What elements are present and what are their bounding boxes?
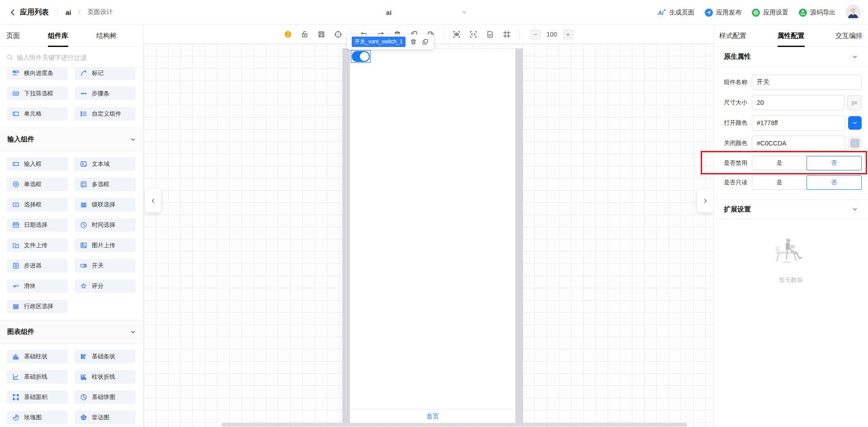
- header-action-settings[interactable]: 应用设置: [751, 8, 788, 17]
- component-chip[interactable]: 横向进度条: [7, 68, 68, 80]
- back-to-app-list[interactable]: 应用列表: [9, 8, 49, 17]
- page-select-dropdown[interactable]: ai: [307, 0, 470, 25]
- component-chip-label: 自定义组件: [92, 110, 121, 118]
- component-chip-label: 开关: [92, 262, 104, 270]
- component-chip[interactable]: 评分: [75, 279, 136, 293]
- breadcrumb-app-name[interactable]: ai: [66, 9, 71, 16]
- user-avatar[interactable]: [845, 5, 862, 21]
- component-chip[interactable]: 下拉筛选框: [7, 87, 68, 100]
- collapse-inspector-handle[interactable]: [697, 189, 713, 212]
- component-chip[interactable]: 文本域: [75, 157, 136, 171]
- segmented-option-unselected[interactable]: 是: [752, 175, 807, 190]
- component-chip[interactable]: 选择框: [7, 198, 68, 211]
- field-row-4: 是否禁用是否: [724, 156, 862, 170]
- code-icon[interactable]: [469, 30, 477, 38]
- selected-switch-component[interactable]: [351, 50, 371, 63]
- field-input[interactable]: [752, 95, 844, 110]
- phone-screen[interactable]: 首页: [350, 48, 515, 424]
- inspector-tab-interaction[interactable]: 交互编排: [835, 25, 863, 47]
- component-chip-label: 滑块: [24, 282, 36, 290]
- copy-component-icon[interactable]: [422, 38, 429, 46]
- zoom-out-button[interactable]: −: [530, 29, 541, 40]
- ext-settings-section-header[interactable]: 扩展设置: [714, 199, 868, 219]
- component-chip[interactable]: 多选框: [75, 178, 136, 191]
- component-chip[interactable]: 基础折线: [7, 370, 68, 384]
- design-canvas: −100+ 首页 开关_vant_switch_1: [144, 25, 713, 427]
- component-chip[interactable]: 步进器: [7, 259, 68, 272]
- sidebar-tab-components[interactable]: 组件库: [48, 25, 68, 47]
- target-icon[interactable]: [334, 30, 342, 38]
- component-chip-label: 基础面积: [24, 393, 47, 401]
- toolbar-separator: [443, 29, 444, 39]
- save-icon[interactable]: [317, 30, 326, 38]
- component-chip[interactable]: 日期选择: [7, 218, 68, 232]
- segmented-control: 是否: [752, 175, 862, 190]
- segmented-option-selected[interactable]: 否: [807, 175, 862, 190]
- inspector-tab-style[interactable]: 样式配置: [719, 25, 746, 47]
- header-action-publish[interactable]: 应用发布: [704, 8, 741, 17]
- chart-line-icon: [12, 373, 19, 380]
- switch-widget[interactable]: [352, 51, 370, 62]
- color-swatch-button[interactable]: [848, 116, 862, 130]
- info-icon[interactable]: [284, 30, 292, 38]
- component-chip[interactable]: 行政区选择: [7, 300, 68, 313]
- component-group-header[interactable]: 图表组件: [0, 320, 143, 344]
- component-chip-label: 级联选择: [92, 201, 115, 209]
- native-props-section-header[interactable]: 原生属性: [714, 47, 868, 67]
- component-chip[interactable]: 柱状折线: [75, 370, 136, 384]
- component-chip[interactable]: 基础面积: [7, 390, 68, 404]
- breadcrumb-separator: /: [79, 9, 80, 16]
- tabbar-home-tab[interactable]: 首页: [426, 413, 439, 421]
- field-row-2: 打开颜色: [724, 115, 862, 131]
- preview-icon[interactable]: [453, 30, 461, 38]
- component-chip[interactable]: 单元格: [7, 107, 68, 121]
- component-chip[interactable]: 基础饼图: [75, 390, 136, 404]
- component-chip[interactable]: 文件上传: [7, 239, 68, 252]
- component-chip[interactable]: 标记: [75, 68, 136, 80]
- component-chip[interactable]: 时间选择: [75, 218, 136, 232]
- header-action-ai-logo[interactable]: Ai生成页面: [657, 8, 694, 17]
- component-chip[interactable]: 基础条状: [75, 350, 136, 363]
- sidebar-tab-pages[interactable]: 页面: [6, 25, 20, 47]
- chevron-left-icon: [150, 197, 156, 204]
- zoom-in-button[interactable]: +: [563, 29, 574, 40]
- component-chip[interactable]: 基础柱状: [7, 350, 68, 363]
- segmented-option-selected[interactable]: 否: [807, 156, 862, 170]
- collapse-sidebar-handle[interactable]: [145, 189, 161, 212]
- component-group-header[interactable]: 输入组件: [0, 127, 143, 151]
- component-chip-label: 步骤条: [92, 89, 109, 98]
- component-chip[interactable]: 滑块: [7, 279, 68, 293]
- header-actions: Ai生成页面应用发布应用设置源码导出: [657, 0, 862, 25]
- component-chip[interactable]: 步骤条: [75, 87, 136, 100]
- back-chevron-icon: [9, 9, 16, 16]
- unlock-icon[interactable]: [301, 30, 309, 38]
- inspector-tab-props[interactable]: 属性配置: [778, 25, 805, 47]
- field-input[interactable]: [752, 75, 862, 90]
- component-chip[interactable]: 自定义组件: [75, 107, 136, 121]
- component-search-input[interactable]: [17, 54, 125, 61]
- component-chip-label: 单选框: [24, 180, 42, 188]
- horizontal-scrollbar[interactable]: [222, 423, 687, 427]
- color-swatch-button[interactable]: [848, 136, 862, 150]
- component-chip[interactable]: 玫瑰图: [7, 411, 68, 424]
- back-label: 应用列表: [20, 8, 49, 17]
- component-chip[interactable]: 开关: [75, 259, 136, 272]
- chevron-down-icon: [852, 206, 858, 212]
- field-input[interactable]: [752, 115, 845, 131]
- component-chip[interactable]: 级联选择: [75, 198, 136, 211]
- segmented-option-unselected[interactable]: 是: [752, 156, 807, 170]
- component-chip[interactable]: 单选框: [7, 178, 68, 191]
- ext-settings-title: 扩展设置: [724, 205, 751, 214]
- component-chip-label: 基础柱状: [24, 352, 47, 361]
- frame-icon[interactable]: [503, 30, 511, 38]
- delete-component-icon[interactable]: [410, 38, 417, 46]
- component-sidebar: 页面组件库结构树 横向进度条标记下拉筛选框步骤条单元格自定义组件输入组件输入框文…: [0, 25, 144, 427]
- sidebar-tab-tree[interactable]: 结构树: [96, 25, 117, 47]
- component-chip[interactable]: 图片上传: [75, 239, 136, 252]
- field-input[interactable]: [752, 136, 845, 151]
- header-action-export[interactable]: 源码导出: [798, 8, 835, 17]
- doc-check-icon[interactable]: [486, 30, 494, 38]
- empty-illustration-icon: [772, 232, 810, 270]
- component-chip[interactable]: 雷达图: [75, 411, 136, 424]
- component-chip[interactable]: 输入框: [7, 157, 68, 171]
